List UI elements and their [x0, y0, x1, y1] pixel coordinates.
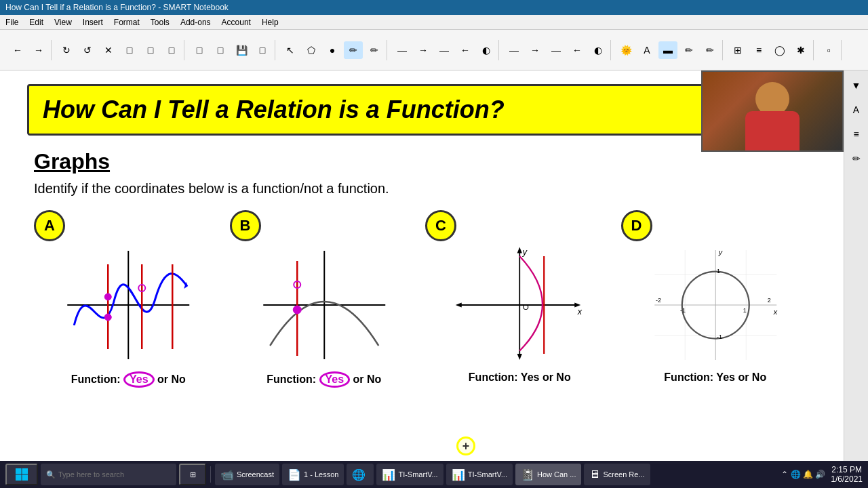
clear-button[interactable]: □ [120, 41, 139, 59]
toolbar: ← → ↻ ↺ ✕ □ □ □ □ □ 💾 □ ↖ ⬠ ● ✏ ✏ — → ― … [0, 30, 868, 70]
taskbar-time-display: 2:15 PM [831, 465, 862, 474]
menu-format[interactable]: Format [114, 18, 140, 27]
arrow-tool3[interactable]: → [526, 41, 545, 59]
sidebar-btn-2[interactable]: A [847, 100, 866, 119]
graph-svg-a [34, 244, 223, 366]
eraser-tool[interactable]: ✏ [365, 41, 384, 59]
ti1-icon: 📊 [382, 468, 395, 481]
webcam-video [703, 72, 842, 150]
graph-label-b: B [230, 210, 261, 241]
sidebar-btn-4[interactable]: ✏ [847, 149, 866, 168]
close-button[interactable]: ✕ [99, 41, 118, 59]
taskbar-ti1[interactable]: 📊 TI-SmartV... [376, 464, 443, 485]
redo-button[interactable]: ↺ [78, 41, 97, 59]
dash-tool1[interactable]: ― [435, 41, 454, 59]
howcan-icon: 📓 [521, 468, 534, 481]
pen-tool[interactable]: ✏ [344, 41, 363, 59]
new-button[interactable]: □ [190, 41, 209, 59]
layout-button[interactable]: ≡ [749, 41, 768, 59]
slide-title-text: How Can I Tell a Relation is a Function? [43, 96, 801, 124]
taskbar: 🔍 ⊞ 📹 Screencast 📄 1 - Lesson 🌐 📊 TI-Sma… [0, 461, 868, 488]
arrow-tool4[interactable]: ← [568, 41, 587, 59]
toolbar-history-group: ↻ ↺ ✕ □ □ □ [54, 40, 184, 60]
sidebar-btn-1[interactable]: ▼ [847, 76, 866, 95]
ti2-icon: 📊 [452, 468, 465, 481]
taskbar-lesson[interactable]: 📄 1 - Lesson [282, 464, 344, 485]
line-tool1[interactable]: — [393, 41, 412, 59]
task-view-button[interactable]: ⊞ [179, 464, 206, 485]
menu-addons[interactable]: Add-ons [180, 18, 211, 27]
ie-icon: 🌐 [352, 468, 366, 481]
svg-marker-19 [517, 354, 522, 360]
taskbar-clock[interactable]: 2:15 PM 1/6/2021 [831, 465, 863, 484]
menu-tools[interactable]: Tools [151, 18, 170, 27]
svg-text:-1: -1 [717, 333, 722, 340]
paste-button[interactable]: □ [141, 41, 160, 59]
graph-label-a: A [34, 210, 65, 241]
toolbar-line-group1: — → ― ← ◐ [390, 40, 499, 60]
select-tool[interactable]: ↖ [281, 41, 300, 59]
howcan-label: How Can ... [537, 470, 576, 479]
start-button[interactable] [5, 464, 38, 485]
back-button[interactable]: ← [8, 41, 27, 59]
undo-button[interactable]: ↻ [57, 41, 76, 59]
tray-icons[interactable]: ⌃ 🌐 🔔 🔊 [781, 470, 825, 479]
curve-tool1[interactable]: ◐ [477, 41, 496, 59]
taskbar-screencast[interactable]: 📹 Screencast [215, 464, 279, 485]
svg-text:1: 1 [717, 268, 720, 274]
taskbar-ie[interactable]: 🌐 [347, 464, 374, 485]
svg-text:x: x [772, 308, 777, 316]
circle-tool[interactable]: ● [323, 41, 342, 59]
toolbar-extra-group: ▫ [816, 40, 842, 60]
circle-tool2[interactable]: ◯ [770, 41, 789, 59]
yes-answer-b: Yes [319, 371, 351, 388]
svg-marker-16 [456, 302, 462, 307]
taskbar-howcan[interactable]: 📓 How Can ... [515, 464, 581, 485]
search-input[interactable] [58, 470, 160, 479]
highlight-tool[interactable]: ▬ [658, 41, 677, 59]
graph-card-d: D x y [621, 210, 810, 384]
pen-tool2[interactable]: ✏ [679, 41, 698, 59]
export-button[interactable]: □ [253, 41, 272, 59]
curve-tool2[interactable]: ◐ [589, 41, 608, 59]
screen-button[interactable]: □ [162, 41, 181, 59]
line-tool2[interactable]: — [505, 41, 524, 59]
menu-account[interactable]: Account [222, 18, 251, 27]
taskbar-date-display: 1/6/2021 [831, 474, 863, 484]
yes-answer-a: Yes [123, 371, 155, 388]
grid-button[interactable]: ⊞ [728, 41, 747, 59]
arrow-tool2[interactable]: ← [456, 41, 475, 59]
fill-tool[interactable]: 🌞 [616, 41, 635, 59]
pen-tool3[interactable]: ✏ [701, 41, 719, 59]
svg-point-7 [104, 314, 111, 321]
taskbar-separator [210, 466, 211, 483]
svg-text:y: y [717, 248, 722, 256]
taskbar-screenre[interactable]: 🖥 Screen Re... [584, 464, 650, 485]
search-bar[interactable]: 🔍 [41, 464, 176, 485]
text-tool[interactable]: A [637, 41, 656, 59]
menu-help[interactable]: Help [262, 18, 279, 27]
shape-tool[interactable]: ⬠ [302, 41, 321, 59]
arrow-tool1[interactable]: → [414, 41, 433, 59]
menu-insert[interactable]: Insert [83, 18, 103, 27]
open-button[interactable]: □ [211, 41, 230, 59]
lesson-icon: 📄 [288, 468, 301, 481]
ti2-label: TI-SmartV... [468, 470, 507, 479]
forward-button[interactable]: → [29, 41, 48, 59]
menu-file[interactable]: File [5, 18, 18, 27]
save-button[interactable]: 💾 [232, 41, 251, 59]
svg-text:O: O [523, 302, 529, 311]
svg-text:-1: -1 [680, 307, 686, 314]
dash-tool2[interactable]: ― [547, 41, 566, 59]
special-button[interactable]: ▫ [819, 41, 838, 59]
more-tools-button[interactable]: ✱ [791, 41, 810, 59]
menu-view[interactable]: View [54, 18, 72, 27]
toolbar-view-group: ⊞ ≡ ◯ ✱ [726, 40, 814, 60]
taskbar-ti2[interactable]: 📊 TI-SmartV... [446, 464, 513, 485]
menu-edit[interactable]: Edit [29, 18, 43, 27]
svg-text:-2: -2 [656, 297, 661, 304]
sidebar-btn-3[interactable]: ≡ [847, 125, 866, 144]
function-label-c: Function: Yes or No [469, 371, 571, 384]
svg-point-12 [293, 306, 301, 314]
screencast-icon: 📹 [220, 468, 234, 481]
